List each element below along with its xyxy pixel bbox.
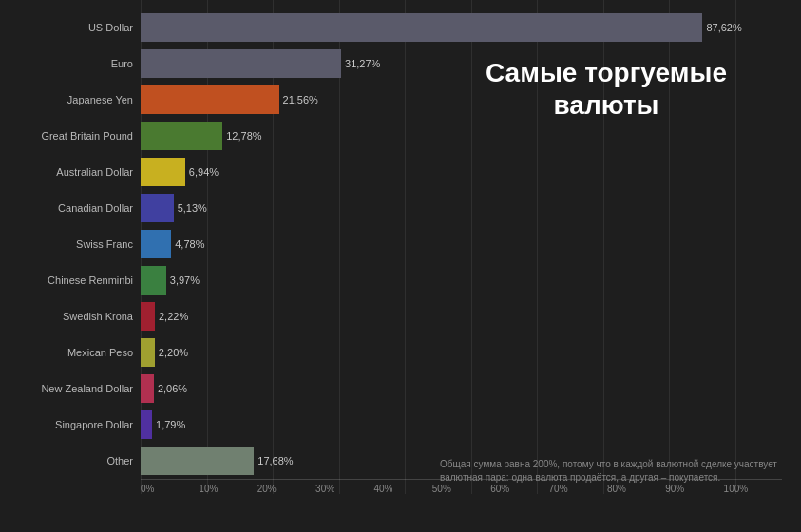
bar-row: Australian Dollar6,94% — [0, 154, 782, 190]
bar-row: New Zealand Dollar2,06% — [0, 370, 782, 407]
bar-fill: 4,78% — [141, 230, 171, 258]
bar-label: Euro — [0, 58, 141, 69]
x-tick: 90% — [665, 484, 723, 494]
bar-label: Other — [0, 455, 141, 466]
bar-value-label: 1,79% — [156, 419, 185, 430]
chart-container: US Dollar87,62%Euro31,27%Japanese Yen21,… — [0, 0, 801, 532]
bar-row: Great Britain Pound12,78% — [0, 118, 782, 154]
bar-value-label: 4,78% — [175, 238, 204, 250]
x-tick: 10% — [199, 484, 257, 494]
bar-label: Swiss Franc — [0, 238, 141, 250]
x-tick: 30% — [315, 484, 373, 494]
x-tick: 70% — [549, 484, 607, 494]
bar-value-label: 21,56% — [283, 94, 318, 105]
bar-value-label: 6,94% — [189, 166, 219, 178]
bar-label: Japanese Yen — [0, 94, 141, 105]
bar-fill: 3,97% — [141, 266, 166, 294]
bar-value-label: 31,27% — [345, 58, 380, 69]
x-tick: 20% — [257, 484, 315, 494]
bar-label: Canadian Dollar — [0, 202, 141, 214]
bar-track: 87,62% — [141, 10, 782, 46]
bar-track: 5,13% — [141, 190, 782, 226]
x-tick: 0% — [141, 484, 199, 494]
bar-value-label: 2,06% — [158, 383, 187, 394]
bar-row: Mexican Peso2,20% — [0, 334, 782, 370]
bar-value-label: 5,13% — [178, 202, 207, 214]
bar-value-label: 2,20% — [159, 347, 188, 358]
bar-track: 1,79% — [141, 407, 782, 443]
bar-value-label: 12,78% — [226, 130, 261, 142]
bar-fill: 12,78% — [141, 122, 222, 150]
bar-row: Chinese Renminbi3,97% — [0, 262, 782, 298]
chart-title: Самые торгуемые валюты — [430, 57, 782, 121]
bar-track: 2,06% — [141, 370, 782, 407]
bar-row: Singapore Dollar1,79% — [0, 407, 782, 443]
bar-row: Swiss Franc4,78% — [0, 226, 782, 262]
bar-track: 6,94% — [141, 154, 782, 190]
bar-label: Great Britain Pound — [0, 130, 141, 142]
bar-fill: 87,62% — [141, 13, 702, 42]
bar-label: New Zealand Dollar — [0, 383, 141, 394]
bar-fill: 6,94% — [141, 158, 185, 186]
bar-fill: 31,27% — [141, 49, 341, 78]
bar-track: 3,97% — [141, 262, 782, 298]
x-tick: 80% — [607, 484, 665, 494]
bar-fill: 2,22% — [141, 302, 155, 331]
footnote: Общая сумма равна 200%, потому что в каж… — [440, 458, 782, 484]
bar-row: US Dollar87,62% — [0, 10, 782, 46]
x-tick: 40% — [373, 484, 431, 494]
bar-fill: 2,20% — [141, 338, 155, 367]
bar-label: US Dollar — [0, 22, 141, 33]
bar-row: Canadian Dollar5,13% — [0, 190, 782, 226]
bar-fill: 1,79% — [141, 410, 152, 439]
bar-row: Swedish Krona2,22% — [0, 298, 782, 334]
x-tick: 60% — [490, 484, 548, 494]
bar-fill: 21,56% — [141, 86, 279, 114]
bar-label: Singapore Dollar — [0, 419, 141, 430]
x-tick: 50% — [432, 484, 490, 494]
bar-fill: 17,68% — [141, 446, 254, 475]
bar-track: 2,22% — [141, 298, 782, 334]
bar-track: 12,78% — [141, 118, 782, 154]
bar-fill: 5,13% — [141, 194, 174, 222]
bar-value-label: 3,97% — [170, 275, 200, 286]
x-tick: 100% — [724, 484, 782, 494]
bar-label: Chinese Renminbi — [0, 275, 141, 286]
bar-track: 2,20% — [141, 334, 782, 370]
bar-value-label: 17,68% — [257, 455, 293, 466]
bar-label: Australian Dollar — [0, 166, 141, 178]
bar-label: Mexican Peso — [0, 347, 141, 358]
bar-fill: 2,06% — [141, 374, 154, 403]
bar-value-label: 2,22% — [159, 311, 188, 322]
bar-value-label: 87,62% — [706, 22, 741, 33]
bar-track: 4,78% — [141, 226, 782, 262]
bar-label: Swedish Krona — [0, 311, 141, 322]
